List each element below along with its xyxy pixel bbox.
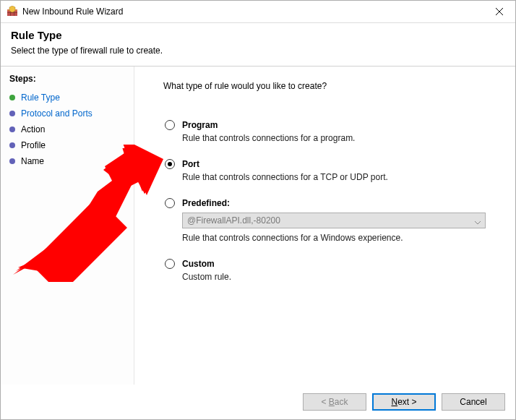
radio-port[interactable] bbox=[165, 159, 175, 169]
step-label: Name bbox=[21, 156, 44, 166]
radio-custom[interactable] bbox=[165, 259, 175, 269]
step-label: Rule Type bbox=[21, 93, 60, 103]
button-label: < Back bbox=[321, 397, 348, 407]
wizard-window: New Inbound Rule Wizard Rule Type Select… bbox=[0, 0, 516, 420]
step-bullet-icon bbox=[9, 127, 15, 132]
option-label: Program bbox=[182, 120, 218, 130]
cancel-button[interactable]: Cancel bbox=[442, 393, 505, 411]
back-button[interactable]: < Back bbox=[303, 393, 366, 411]
header: Rule Type Select the type of firewall ru… bbox=[1, 23, 515, 67]
option-label: Port bbox=[182, 159, 199, 169]
option-label: Predefined: bbox=[182, 198, 230, 208]
step-name[interactable]: Name bbox=[8, 153, 134, 169]
titlebar: New Inbound Rule Wizard bbox=[1, 1, 515, 23]
option-desc: Rule that controls connections for a Win… bbox=[182, 233, 494, 243]
option-port: Port Rule that controls connections for … bbox=[163, 159, 494, 182]
option-desc: Rule that controls connections for a pro… bbox=[182, 133, 494, 143]
step-protocol-ports[interactable]: Protocol and Ports bbox=[8, 106, 134, 121]
content-panel: What type of rule would you like to crea… bbox=[134, 67, 515, 385]
firewall-icon bbox=[7, 6, 18, 17]
page-subtitle: Select the type of firewall rule to crea… bbox=[11, 46, 505, 56]
dropdown-value: @FirewallAPI.dll,-80200 bbox=[187, 215, 280, 226]
question-text: What type of rule would you like to crea… bbox=[163, 81, 494, 91]
button-label: Next > bbox=[391, 397, 416, 407]
footer: < Back Next > Cancel bbox=[1, 385, 515, 419]
option-label: Custom bbox=[182, 259, 215, 269]
step-label: Profile bbox=[21, 140, 46, 150]
button-label: Cancel bbox=[460, 397, 486, 407]
radio-program[interactable] bbox=[165, 120, 175, 130]
page-title: Rule Type bbox=[11, 29, 505, 41]
body: Steps: Rule Type Protocol and Ports Acti… bbox=[1, 67, 515, 385]
step-rule-type[interactable]: Rule Type bbox=[8, 90, 134, 106]
step-bullet-icon bbox=[9, 95, 15, 100]
option-desc: Custom rule. bbox=[182, 272, 494, 282]
window-title: New Inbound Rule Wizard bbox=[22, 7, 483, 17]
step-label: Protocol and Ports bbox=[21, 108, 93, 119]
option-custom: Custom Custom rule. bbox=[163, 259, 494, 282]
step-label: Action bbox=[21, 124, 45, 134]
step-profile[interactable]: Profile bbox=[8, 137, 134, 153]
steps-sidebar: Steps: Rule Type Protocol and Ports Acti… bbox=[1, 67, 134, 385]
option-predefined: Predefined: @FirewallAPI.dll,-80200 Rule… bbox=[163, 198, 494, 243]
close-button[interactable] bbox=[483, 1, 515, 22]
chevron-down-icon bbox=[475, 218, 481, 223]
option-desc: Rule that controls connections for a TCP… bbox=[182, 172, 494, 182]
predefined-dropdown: @FirewallAPI.dll,-80200 bbox=[182, 213, 486, 228]
option-program: Program Rule that controls connections f… bbox=[163, 120, 494, 143]
radio-predefined[interactable] bbox=[165, 198, 175, 208]
steps-heading: Steps: bbox=[9, 74, 134, 84]
step-bullet-icon bbox=[9, 111, 15, 116]
step-bullet-icon bbox=[9, 158, 15, 164]
step-action[interactable]: Action bbox=[8, 121, 134, 137]
step-bullet-icon bbox=[9, 142, 15, 148]
next-button[interactable]: Next > bbox=[372, 393, 436, 411]
